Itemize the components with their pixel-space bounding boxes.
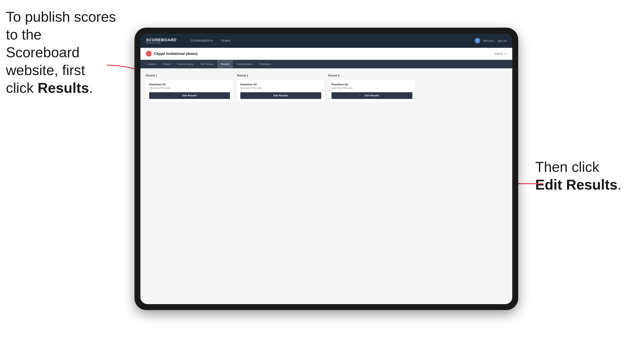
user-name: Test User | (482, 39, 495, 42)
tablet-frame: SCOREBOARD Powered by clippd TOURNAMENTS… (134, 28, 518, 310)
round-2-title: Round 2 (237, 74, 324, 77)
instruction-edit-bold: Edit Results (535, 177, 618, 192)
nav-user-area: T Test User | Sign out (475, 38, 507, 43)
round-1-course-details: Gold (M) (7010 yds) (149, 87, 230, 89)
instruction-line3: website, first (6, 62, 85, 78)
tab-course-setup[interactable]: Course Setup (174, 60, 197, 68)
tab-tee-groups[interactable]: Tee Groups (197, 60, 217, 68)
instruction-line4-suffix: . (89, 80, 93, 96)
user-avatar: T (475, 38, 480, 43)
nav-links: TOURNAMENTS TEAMS (186, 33, 475, 48)
nav-teams[interactable]: TEAMS (217, 33, 235, 48)
tablet-screen: SCOREBOARD Powered by clippd TOURNAMENTS… (140, 33, 512, 304)
tab-teams[interactable]: Teams (160, 60, 174, 68)
round-4-column-empty (420, 74, 507, 102)
logo-powered: Powered by clippd (146, 42, 176, 44)
logo-scoreboard: SCOREBOARD (146, 38, 176, 42)
cancel-button[interactable]: Cancel ✕ (494, 52, 507, 56)
round-2-course-details: Gold (M) (7010 yds) (240, 87, 321, 89)
round-1-course-name: Peachtree GC (149, 83, 230, 86)
top-nav: SCOREBOARD Powered by clippd TOURNAMENTS… (140, 33, 512, 48)
tournament-header: C Clippd Invitational (demo) Cancel ✕ (140, 48, 512, 60)
round-1-title: Round 1 (146, 74, 233, 77)
tab-printables[interactable]: Printables (256, 60, 274, 68)
instruction-right: Then click Edit Results. (535, 158, 626, 193)
round-3-column: Round 3 Peachtree GC Gold (M) (7010 yds)… (328, 74, 416, 102)
instruction-line2: to the Scoreboard (6, 27, 80, 60)
round-3-course-details: Gold (M) (7010 yds) (332, 87, 412, 89)
tab-nav: Details Teams Course Setup Tee Groups Re… (140, 60, 512, 68)
tab-results[interactable]: Results (217, 60, 233, 68)
round-2-card: Peachtree GC Gold (M) (7010 yds) Edit Re… (237, 80, 324, 102)
round-3-edit-results-button[interactable]: Edit Results (332, 92, 412, 99)
round-1-column: Round 1 Peachtree GC Gold (M) (7010 yds)… (146, 74, 233, 102)
round-1-card: Peachtree GC Gold (M) (7010 yds) Edit Re… (146, 80, 233, 102)
tab-details[interactable]: Details (144, 60, 160, 68)
instruction-left: To publish scores to the Scoreboard webs… (6, 8, 117, 97)
round-3-course-name: Peachtree GC (332, 83, 412, 86)
main-content: Round 1 Peachtree GC Gold (M) (7010 yds)… (140, 68, 512, 304)
cancel-label: Cancel (494, 52, 503, 55)
rounds-grid: Round 1 Peachtree GC Gold (M) (7010 yds)… (146, 74, 507, 102)
instruction-right-suffix: . (618, 177, 622, 192)
round-2-edit-results-button[interactable]: Edit Results (240, 92, 321, 99)
instruction-right-line1: Then click (535, 159, 599, 175)
logo-area: SCOREBOARD Powered by clippd (146, 38, 176, 44)
instruction-results-bold: Results (38, 80, 89, 96)
tournament-title: Clippd Invitational (demo) (154, 52, 198, 56)
round-2-column: Round 2 Peachtree GC Gold (M) (7010 yds)… (237, 74, 324, 102)
tournament-icon: C (146, 51, 152, 56)
nav-tournaments[interactable]: TOURNAMENTS (186, 33, 216, 48)
round-1-edit-results-button[interactable]: Edit Results (149, 92, 230, 99)
tournament-title-area: C Clippd Invitational (demo) (146, 51, 198, 56)
round-3-title: Round 3 (328, 74, 416, 77)
tab-leaderboards[interactable]: Leaderboards (233, 60, 256, 68)
round-2-course-name: Peachtree GC (240, 83, 321, 86)
instruction-line4-prefix: click (6, 80, 38, 96)
round-3-card: Peachtree GC Gold (M) (7010 yds) Edit Re… (328, 80, 416, 102)
instruction-line1: To publish scores (6, 9, 116, 25)
sign-out-link[interactable]: Sign out (497, 39, 507, 42)
close-icon: ✕ (504, 52, 507, 56)
